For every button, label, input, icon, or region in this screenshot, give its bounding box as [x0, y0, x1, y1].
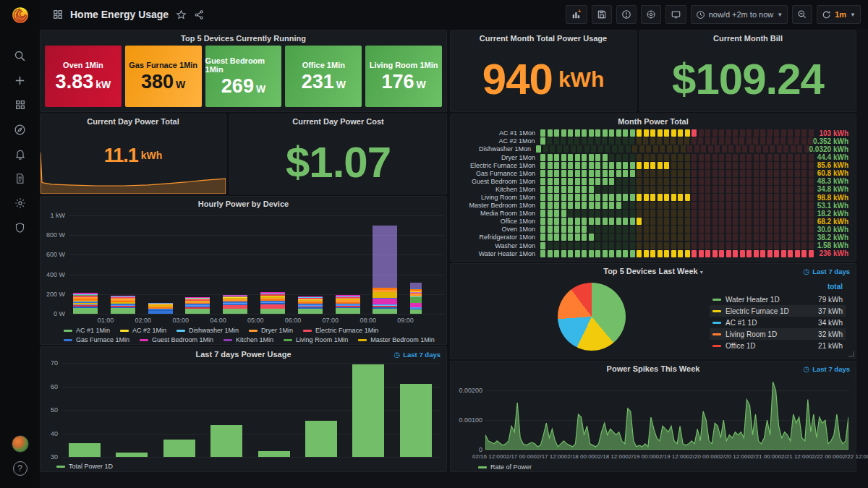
gauge-cell	[626, 145, 631, 153]
legend-color-dash	[712, 333, 721, 335]
panel-resize-handle[interactable]	[848, 351, 854, 357]
alerting-bell-icon[interactable]	[0, 142, 40, 166]
stat-tile: Living Room 1Min176W	[365, 46, 442, 107]
gauge-cell	[671, 170, 676, 177]
legend-item[interactable]: Rate of Power	[478, 463, 532, 471]
share-icon[interactable]	[194, 9, 205, 20]
favorite-star-icon[interactable]	[176, 9, 187, 20]
dashboard-insights-button[interactable]	[616, 5, 637, 24]
tv-mode-button[interactable]	[665, 5, 686, 24]
gauge-cell	[658, 186, 663, 193]
legend-value: 21 kWh	[818, 342, 843, 350]
gauge-cell	[630, 242, 635, 249]
add-panel-button[interactable]: +	[566, 5, 587, 24]
gauge-cell	[740, 178, 745, 185]
gauge-cell	[699, 162, 704, 169]
gauge-cell	[664, 170, 669, 177]
pie-legend-row[interactable]: Living Room 1D32 kWh	[710, 328, 846, 340]
gauge-cell	[692, 194, 697, 201]
gauge-cell	[630, 234, 635, 241]
dashboards-grid-icon[interactable]	[0, 93, 40, 117]
x-axis-tick: 02/22 12:00	[839, 453, 868, 460]
panel-title[interactable]: Top 5 Devices Last Week ▾	[451, 267, 856, 275]
pie-legend-row[interactable]: Water Heater 1D79 kWh	[710, 294, 846, 305]
bar-gauge-label: Oven 1Mon	[456, 226, 540, 233]
gauge-cell	[630, 226, 635, 233]
gauge-cell	[754, 129, 759, 137]
gauge-cell	[616, 250, 621, 257]
stat-unit: W	[256, 83, 265, 95]
gauge-cell	[658, 218, 663, 225]
legend-item[interactable]: AC #2 1Min	[120, 327, 166, 334]
gauge-cell	[692, 242, 697, 249]
gauge-cell	[540, 186, 545, 193]
legend-item[interactable]: Guest Bedroom 1Min	[140, 336, 213, 343]
gauge-cell	[684, 137, 689, 145]
gauge-cell	[571, 145, 576, 153]
docs-page-icon[interactable]	[0, 166, 40, 191]
pie-legend-row[interactable]: Office 1D21 kWh	[710, 340, 846, 351]
gauge-cell	[801, 242, 807, 249]
legend-label: Living Room 1D	[726, 330, 814, 338]
page-title[interactable]: Home Energy Usage	[70, 9, 169, 20]
grafana-logo-icon[interactable]	[0, 0, 40, 30]
gauge-cell	[719, 194, 724, 201]
gauge-cell	[540, 162, 545, 169]
gauge-cell	[582, 242, 587, 249]
explore-compass-icon[interactable]	[0, 117, 40, 142]
time-range-picker[interactable]: now/d +2m to now ▼	[691, 5, 788, 24]
help-icon[interactable]: ?	[0, 456, 40, 481]
panel-title[interactable]: Month Power Total	[451, 117, 856, 126]
gauge-cell	[712, 210, 718, 217]
legend-item[interactable]: Total Power 1D	[56, 463, 113, 470]
pie-legend-row[interactable]: Electric Furnace 1D37 kWh	[710, 305, 846, 317]
gauge-cell	[540, 194, 545, 201]
legend-item[interactable]: AC #1 1Min	[64, 327, 110, 334]
legend-item[interactable]: Living Room 1Min	[284, 336, 348, 343]
panel-title[interactable]: Top 5 Devices Currently Running	[41, 34, 446, 43]
spikes-chart: 0.002000.00100002/16 12:0002/17 00:0002/…	[451, 361, 856, 471]
create-plus-icon[interactable]	[0, 68, 40, 93]
user-avatar[interactable]	[0, 432, 40, 456]
gauge-cell	[603, 226, 608, 233]
legend-item[interactable]: Dryer 1Min	[249, 327, 293, 334]
gauge-cell	[595, 242, 600, 249]
bar	[69, 443, 101, 458]
gauge-cell	[540, 226, 545, 233]
admin-shield-icon[interactable]	[0, 215, 40, 240]
dashboard-settings-button[interactable]	[641, 5, 661, 24]
gauge-cell	[760, 250, 765, 257]
dashboard-squares-icon[interactable]	[53, 9, 63, 20]
panel-title[interactable]: Current Month Total Power Usage	[451, 34, 636, 43]
gauge-cell	[671, 250, 676, 257]
save-dashboard-button[interactable]	[592, 5, 612, 24]
gauge-cell	[795, 250, 800, 257]
gauge-cell	[809, 154, 814, 161]
gauge-cell	[788, 194, 793, 201]
zoom-out-button[interactable]	[792, 5, 812, 24]
bar-gauge-label: Guest Bedroom 1Mon	[456, 178, 540, 185]
legend-label: AC #1 1D	[726, 319, 814, 327]
gauge-cell	[754, 154, 759, 161]
y-axis-tick: 0	[455, 446, 482, 453]
gauge-cell	[623, 250, 628, 257]
stat-tile-value: 269W	[221, 77, 265, 96]
search-icon[interactable]	[0, 43, 40, 68]
legend-item[interactable]: Kitchen 1Min	[224, 336, 273, 343]
stat-unit: W	[417, 79, 426, 90]
refresh-button[interactable]: 1m ▼	[817, 5, 861, 24]
gauge-cell	[616, 154, 621, 161]
legend-item[interactable]: Gas Furnace 1Min	[64, 336, 129, 343]
pie-legend-row[interactable]: AC #1 1D34 kWh	[710, 317, 846, 328]
gauge-cell	[540, 178, 545, 185]
panel-title[interactable]: Current Day Power Cost	[230, 117, 446, 126]
settings-gear-icon[interactable]	[0, 191, 40, 215]
gauge-cell	[595, 170, 600, 177]
gauge-cell	[582, 250, 587, 257]
legend-item[interactable]: Dishwasher 1Min	[176, 327, 239, 334]
gauge-cell	[658, 250, 663, 257]
legend-item[interactable]: Master Bedroom 1Min	[358, 336, 435, 343]
gauge-cell	[637, 250, 642, 257]
legend-item[interactable]: Electric Furnace 1Min	[303, 327, 378, 334]
panel-title[interactable]: Current Month Bill	[640, 34, 856, 43]
